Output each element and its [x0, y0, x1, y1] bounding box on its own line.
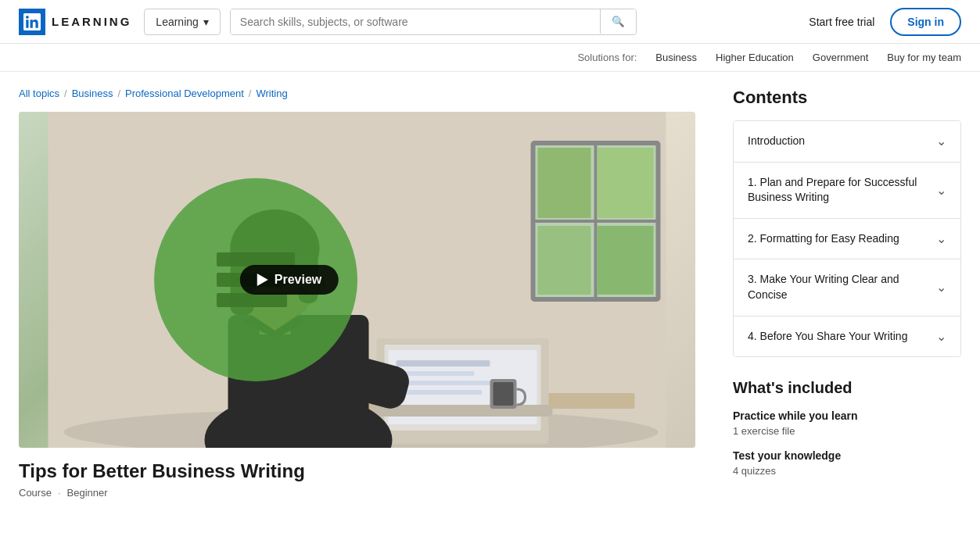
breadcrumb-sep-3: /	[249, 88, 252, 99]
preview-button[interactable]: Preview	[240, 265, 339, 295]
contents-item-label-0: Introduction	[748, 134, 936, 149]
logo-area: LEARNING	[19, 9, 131, 35]
included-item-title-1: Test your knowledge	[733, 449, 961, 462]
linkedin-logo	[19, 9, 45, 35]
course-type: Course	[19, 487, 52, 499]
main-layout: All topics / Business / Professional Dev…	[0, 72, 980, 514]
contents-item-4[interactable]: 4. Before You Share Your Writing ⌄	[734, 316, 960, 357]
course-info: Tips for Better Business Writing Course …	[19, 460, 695, 499]
contents-item-label-4: 4. Before You Share Your Writing	[748, 329, 936, 345]
breadcrumb: All topics / Business / Professional Dev…	[19, 88, 695, 99]
chevron-icon-0: ⌄	[936, 134, 946, 148]
svg-rect-7	[538, 226, 591, 295]
search-area: 🔍	[230, 9, 637, 35]
chevron-icon-1: ⌄	[936, 183, 946, 198]
svg-rect-5	[538, 148, 591, 218]
contents-heading: Contents	[733, 88, 961, 108]
breadcrumb-professional-development[interactable]: Professional Development	[125, 88, 244, 99]
contents-item-3[interactable]: 3. Make Your Writing Clear and Concise ⌄	[734, 259, 960, 316]
solutions-government[interactable]: Government	[813, 52, 869, 63]
included-item-1: Test your knowledge 4 quizzes	[733, 449, 961, 477]
svg-rect-6	[598, 148, 654, 218]
search-button[interactable]: 🔍	[600, 9, 636, 34]
whats-included-heading: What's included	[733, 379, 961, 397]
play-icon	[257, 274, 268, 286]
learning-dropdown[interactable]: Learning ▾	[144, 9, 221, 35]
solutions-bar: Solutions for: Business Higher Education…	[0, 44, 980, 72]
preview-label: Preview	[275, 273, 321, 287]
breadcrumb-all-topics[interactable]: All topics	[19, 88, 59, 99]
svg-rect-8	[598, 226, 654, 295]
learning-logo-text: LEARNING	[52, 15, 131, 28]
video-thumbnail: Preview	[19, 112, 695, 448]
svg-rect-15	[397, 371, 475, 376]
course-level: Beginner	[67, 487, 108, 499]
included-item-sub-0: 1 exercise file	[733, 425, 961, 437]
contents-item-label-2: 2. Formatting for Easy Reading	[748, 231, 936, 247]
header-right: Start free trial Sign in	[809, 8, 961, 36]
whats-included-section: What's included Practice while you learn…	[733, 379, 961, 477]
svg-rect-14	[397, 360, 490, 367]
course-title: Tips for Better Business Writing	[19, 460, 695, 482]
breadcrumb-business[interactable]: Business	[72, 88, 113, 99]
video-container: Preview	[19, 112, 695, 448]
chevron-icon-4: ⌄	[936, 329, 946, 344]
dropdown-chevron-icon: ▾	[203, 16, 209, 28]
course-meta: Course · Beginner	[19, 487, 695, 499]
included-item-sub-1: 4 quizzes	[733, 465, 961, 477]
chevron-icon-3: ⌄	[936, 280, 946, 295]
dropdown-label: Learning	[156, 16, 199, 28]
solutions-higher-education[interactable]: Higher Education	[716, 52, 794, 63]
line-3	[217, 293, 287, 307]
solutions-business[interactable]: Business	[655, 52, 697, 63]
contents-item-0[interactable]: Introduction ⌄	[734, 121, 960, 163]
meta-dot: ·	[58, 487, 61, 499]
breadcrumb-writing[interactable]: Writing	[256, 88, 287, 99]
left-column: All topics / Business / Professional Dev…	[0, 72, 714, 514]
breadcrumb-sep-1: /	[64, 88, 67, 99]
contents-list: Introduction ⌄ 1. Plan and Prepare for S…	[733, 120, 961, 357]
included-item-title-0: Practice while you learn	[733, 409, 961, 422]
svg-rect-17	[397, 390, 483, 395]
included-item-0: Practice while you learn 1 exercise file	[733, 409, 961, 437]
contents-item-label-3: 3. Make Your Writing Clear and Concise	[748, 272, 936, 302]
solutions-label: Solutions for:	[577, 52, 637, 63]
chevron-icon-2: ⌄	[936, 231, 946, 246]
search-icon: 🔍	[612, 16, 625, 27]
breadcrumb-sep-2: /	[117, 88, 120, 99]
svg-rect-20	[494, 382, 514, 406]
contents-item-1[interactable]: 1. Plan and Prepare for Successful Busin…	[734, 163, 960, 219]
solutions-buy-for-my-team[interactable]: Buy for my team	[887, 52, 961, 63]
sign-in-button[interactable]: Sign in	[890, 8, 961, 36]
right-column: Contents Introduction ⌄ 1. Plan and Prep…	[714, 72, 980, 514]
svg-rect-18	[373, 405, 553, 417]
svg-rect-16	[397, 381, 506, 385]
header: LEARNING Learning ▾ 🔍 Start free trial S…	[0, 0, 980, 44]
start-trial-link[interactable]: Start free trial	[809, 16, 874, 28]
search-input[interactable]	[231, 9, 600, 34]
contents-item-2[interactable]: 2. Formatting for Easy Reading ⌄	[734, 219, 960, 260]
contents-item-label-1: 1. Plan and Prepare for Successful Busin…	[748, 175, 936, 206]
